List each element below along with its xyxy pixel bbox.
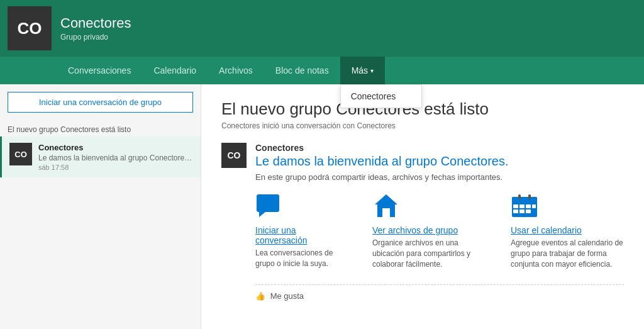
message-avatar: CO: [221, 143, 247, 168]
svg-rect-5: [512, 197, 537, 203]
nav-calendario[interactable]: Calendario: [142, 57, 208, 84]
sidebar: Iniciar una conversación de grupo El nue…: [0, 84, 201, 329]
svg-rect-14: [528, 194, 531, 199]
header-avatar-text: CO: [18, 19, 42, 38]
svg-rect-11: [519, 209, 525, 213]
start-conversation-desc: Lea conversaciones de grupo o inicie la …: [255, 248, 347, 269]
view-files-link[interactable]: Ver archivos de grupo: [372, 225, 486, 235]
svg-rect-8: [526, 204, 531, 208]
content-area: El nuevo grupo Conectores está listo Con…: [201, 84, 644, 329]
nav-mas[interactable]: Más ▾ Conectores: [340, 57, 385, 84]
group-title: Conectores: [60, 15, 131, 31]
sidebar-section-title: El nuevo grupo Conectores está listo: [0, 120, 201, 137]
group-subtitle: Grupo privado: [60, 33, 131, 42]
nav-archivos[interactable]: Archivos: [208, 57, 264, 84]
sidebar-item-time: sáb 17:58: [38, 164, 193, 171]
header-info: Conectores Grupo privado: [60, 15, 131, 42]
start-group-conversation-button[interactable]: Iniciar una conversación de grupo: [8, 92, 193, 113]
content-subtitle-link[interactable]: Conectores: [357, 121, 395, 130]
like-bar: 👍 Me gusta: [255, 284, 624, 301]
view-files-desc: Organice archivos en una ubicación para …: [372, 238, 486, 269]
svg-rect-7: [519, 204, 525, 208]
mas-dropdown-menu: Conectores: [340, 84, 422, 108]
dropdown-conectores[interactable]: Conectores: [341, 85, 421, 108]
nav-bloc-de-notas[interactable]: Bloc de notas: [264, 57, 340, 84]
nav-conversaciones[interactable]: Conversaciones: [57, 57, 142, 84]
svg-rect-9: [532, 204, 536, 208]
chat-icon: [255, 193, 347, 220]
svg-rect-3: [382, 208, 390, 217]
feature-use-calendar: Usar el calendario Agregue eventos al ca…: [511, 193, 624, 269]
like-label[interactable]: Me gusta: [270, 291, 304, 301]
thumbs-up-icon: 👍: [255, 291, 265, 301]
nav-bar: Conversaciones Calendario Archivos Bloc …: [0, 57, 644, 84]
feature-view-files: Ver archivos de grupo Organice archivos …: [372, 193, 486, 269]
app-header: CO Conectores Grupo privado: [0, 0, 644, 57]
sidebar-item-preview: Le damos la bienvenida al grupo Conector…: [38, 153, 193, 162]
sidebar-item-name: Conectores: [38, 143, 193, 152]
sidebar-avatar: CO: [9, 143, 32, 165]
header-avatar: CO: [8, 6, 52, 50]
message-sender: Conectores: [255, 143, 624, 153]
svg-rect-12: [526, 209, 531, 213]
content-title: El nuevo grupo Conectores está listo: [221, 99, 624, 119]
message-body: Conectores Le damos la bienvenida al gru…: [255, 143, 624, 301]
start-conversation-link[interactable]: Iniciar una conversación: [255, 225, 347, 245]
message-welcome: Le damos la bienvenida al grupo Conector…: [255, 154, 624, 169]
sidebar-conversation-item[interactable]: CO Conectores Le damos la bienvenida al …: [0, 137, 201, 177]
message-description: En este grupo podrá compartir ideas, arc…: [255, 172, 624, 182]
sidebar-item-content: Conectores Le damos la bienvenida al gru…: [38, 143, 193, 171]
use-calendar-desc: Agregue eventos al calendario de grupo p…: [511, 238, 624, 269]
content-subtitle: Conectores inició una conversación con C…: [221, 121, 624, 130]
main-layout: Iniciar una conversación de grupo El nue…: [0, 84, 644, 329]
svg-rect-6: [513, 204, 518, 208]
house-icon: [372, 193, 486, 220]
svg-rect-13: [518, 194, 521, 199]
chevron-down-icon: ▾: [370, 67, 374, 74]
use-calendar-link[interactable]: Usar el calendario: [511, 225, 624, 235]
message-block: CO Conectores Le damos la bienvenida al …: [221, 143, 624, 301]
feature-start-conversation: Iniciar una conversación Lea conversacio…: [255, 193, 347, 269]
calendar-icon: [511, 193, 624, 220]
svg-marker-1: [259, 212, 265, 217]
feature-grid: Iniciar una conversación Lea conversacio…: [255, 193, 624, 269]
svg-rect-0: [257, 194, 279, 212]
svg-rect-10: [513, 209, 518, 213]
